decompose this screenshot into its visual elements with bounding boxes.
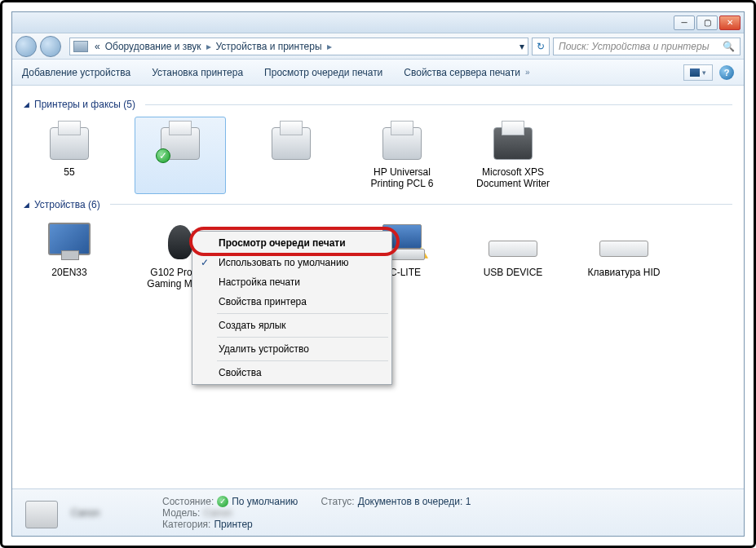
state-value: ✓По умолчанию [217,496,298,507]
title-bar: ─ ▢ ✕ [12,12,744,33]
nav-bar: « Оборудование и звук ▸ Устройства и при… [12,33,744,60]
check-icon: ✓ [217,496,228,507]
category-value: Принтер [214,519,252,530]
menu-separator [217,313,388,314]
printer-item[interactable] [245,117,337,194]
state-key: Состояние: [162,496,214,507]
printer-icon [376,121,428,163]
address-bar[interactable]: « Оборудование и звук ▸ Устройства и при… [69,38,528,55]
maximize-button[interactable]: ▢ [696,15,718,30]
devices-icon [73,41,88,52]
add-printer-button[interactable]: Установка принтера [152,67,243,78]
command-bar: Добавление устройства Установка принтера… [12,60,744,86]
menu-print-prefs[interactable]: Настройка печати [194,272,390,292]
printers-grid: 55 ✓ HP Universal Printing PCL 6 Microso… [24,117,732,194]
group-header-printers[interactable]: ◢ Принтеры и факсы (5) [24,99,732,110]
check-icon: ✓ [201,257,209,268]
printer-item[interactable]: Microsoft XPS Document Writer [467,117,559,194]
menu-separator [217,360,388,361]
menu-label: Удалить устройство [219,343,309,355]
forward-button[interactable] [40,36,61,57]
breadcrumb-hardware[interactable]: Оборудование и звук [105,41,201,52]
device-item[interactable]: USB DEVICE [467,217,559,294]
group-title: Устройства (6) [34,199,100,210]
model-key: Модель: [162,507,200,519]
breadcrumb-separator-icon: ▸ [327,41,332,52]
menu-label: Создать ярлык [219,320,286,331]
details-title: Canon [71,507,153,519]
menu-label: Просмотр очереди печати [219,237,346,249]
menu-remove-device[interactable]: Удалить устройство [194,339,390,359]
minimize-button[interactable]: ─ [674,15,695,30]
keyboard-icon [598,221,650,263]
breadcrumb-devices[interactable]: Устройства и принтеры [216,41,322,52]
divider [145,104,732,105]
item-label: 20EN33 [51,267,86,278]
printer-item[interactable]: 55 [24,117,115,194]
search-icon: 🔍 [723,41,735,52]
server-props-button[interactable]: Свойства сервера печати [404,67,520,78]
menu-label: Свойства принтера [219,296,307,307]
menu-label: Свойства [219,367,262,378]
printer-icon [265,121,317,163]
printer-item-selected[interactable]: ✓ [135,117,226,194]
warning-icon [415,247,428,259]
chevron-down-icon: ▾ [702,68,706,77]
context-menu: Просмотр очереди печати ✓Использовать по… [192,231,392,385]
printer-icon [22,496,61,530]
item-label: USB DEVICE [484,267,543,278]
content-area: ◢ Принтеры и факсы (5) 55 ✓ HP Universal… [12,86,744,488]
breadcrumb-separator-icon: ▸ [206,41,211,52]
printer-icon [487,121,539,163]
printer-item[interactable]: HP Universal Printing PCL 6 [356,117,448,194]
item-label: 55 [64,166,74,178]
collapse-icon: ◢ [24,201,29,209]
help-button[interactable]: ? [719,65,734,80]
refresh-button[interactable]: ↻ [532,38,550,55]
category-key: Категория: [162,519,210,530]
chevron-left-icon: « [95,41,100,52]
model-value: Canon [203,507,232,519]
tiles-icon [690,68,700,77]
item-label: HP Universal Printing PCL 6 [360,166,444,190]
collapse-icon: ◢ [24,100,29,108]
group-title: Принтеры и факсы (5) [34,99,135,110]
keyboard-icon [487,221,539,263]
menu-printer-props[interactable]: Свойства принтера [194,292,390,312]
device-item[interactable]: 20EN33 [24,217,115,294]
menu-label: Использовать по умолчанию [219,257,349,268]
menu-set-default[interactable]: ✓Использовать по умолчанию [194,253,390,272]
menu-properties[interactable]: Свойства [194,363,390,382]
menu-view-queue[interactable]: Просмотр очереди печати [194,233,390,253]
default-check-icon: ✓ [156,148,170,163]
search-placeholder: Поиск: Устройства и принтеры [559,41,709,52]
status-value: Документов в очереди: 1 [358,496,471,507]
item-label: Клавиатура HID [588,267,661,278]
menu-label: Настройка печати [219,276,300,288]
view-mode-button[interactable]: ▾ [683,64,713,81]
group-header-devices[interactable]: ◢ Устройства (6) [24,199,732,210]
view-queue-button[interactable]: Просмотр очереди печати [264,67,382,78]
close-button[interactable]: ✕ [719,15,741,30]
back-button[interactable] [15,36,37,57]
item-label: Microsoft XPS Document Writer [471,166,555,190]
device-item[interactable]: Клавиатура HID [578,217,670,294]
search-input[interactable]: Поиск: Устройства и принтеры 🔍 [553,38,741,55]
menu-separator [217,337,388,338]
divider [110,204,732,205]
explorer-window: ─ ▢ ✕ « Оборудование и звук ▸ Устройства… [11,11,745,537]
printer-icon [43,121,95,163]
add-device-button[interactable]: Добавление устройства [22,67,130,78]
dropdown-icon[interactable]: ▾ [519,41,524,52]
printer-icon: ✓ [154,121,206,163]
details-pane: Canon Состояние: ✓По умолчанию Модель: C… [12,488,744,536]
monitor-icon [43,221,95,263]
overflow-icon[interactable]: » [525,68,530,77]
menu-create-shortcut[interactable]: Создать ярлык [194,316,390,335]
status-key: Статус: [321,496,354,507]
